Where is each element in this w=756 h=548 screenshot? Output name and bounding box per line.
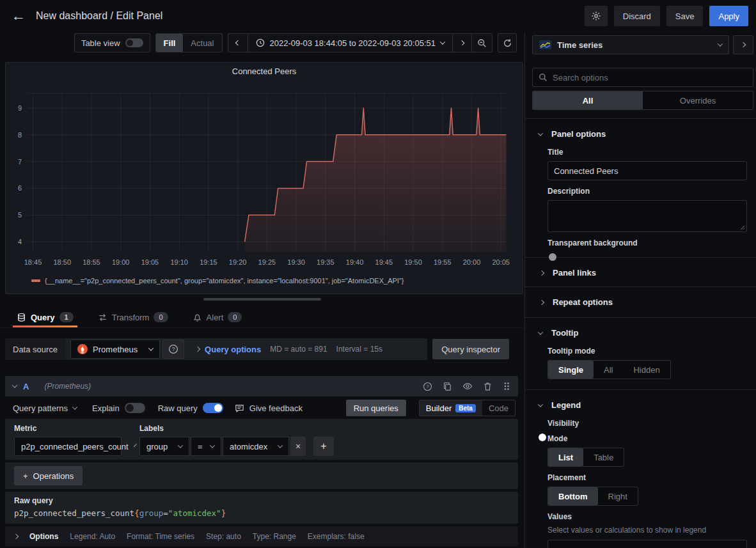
section-legend[interactable]: Legend — [532, 398, 753, 412]
table-view-control: Table view — [74, 33, 150, 52]
actual-option[interactable]: Actual — [183, 34, 221, 52]
viz-picker[interactable]: Time series — [532, 35, 729, 54]
explain-toggle[interactable] — [125, 403, 145, 413]
back-button[interactable]: ← — [8, 5, 29, 27]
section-panel-options[interactable]: Panel options — [532, 127, 753, 141]
query-row-actions: ? — [423, 381, 510, 391]
legend-mode-list[interactable]: List — [548, 448, 583, 466]
query-editor-toolbar: Query patterns Explain Raw query Give fe… — [5, 400, 518, 416]
search-icon — [539, 73, 547, 82]
viz-collapse-button[interactable] — [733, 35, 753, 54]
labels-field: Labels group = atomicdex × + — [139, 424, 334, 455]
query-inspector-button[interactable]: Query inspector — [432, 339, 509, 359]
transparent-bg-label: Transparent background — [547, 239, 753, 247]
collapse-query-icon[interactable] — [12, 382, 17, 388]
back-arrow-icon: ← — [12, 8, 26, 24]
time-series-viz-icon — [539, 40, 551, 49]
code-option[interactable]: Code — [482, 400, 515, 416]
tooltip-mode-single[interactable]: Single — [548, 361, 594, 379]
all-overrides-tabs: All Overrides — [532, 91, 753, 110]
fill-option[interactable]: Fill — [156, 34, 184, 52]
time-range-forward-button[interactable] — [452, 34, 471, 52]
description-textarea[interactable] — [547, 200, 747, 232]
divider — [525, 257, 756, 258]
raw-query-label: Raw query — [158, 403, 198, 413]
query-help-icon[interactable]: ? — [423, 382, 432, 391]
tab-query-label: Query — [31, 313, 55, 322]
title-field: Title — [547, 148, 753, 180]
label-value-select[interactable]: atomicdex — [223, 437, 289, 456]
title-input[interactable] — [547, 161, 747, 180]
drag-handle-icon[interactable] — [503, 381, 510, 391]
search-options-input[interactable] — [553, 73, 747, 82]
svg-text:19:20: 19:20 — [229, 258, 247, 266]
time-range-back-button[interactable] — [228, 34, 248, 52]
discard-button[interactable]: Discard — [614, 6, 660, 26]
raw-query-toggle[interactable] — [203, 403, 223, 413]
section-panel-links[interactable]: Panel links — [532, 265, 753, 280]
query-patterns-dropdown[interactable]: Query patterns — [13, 403, 77, 413]
query-datasource-hint: (Prometheus) — [44, 382, 91, 391]
section-tooltip[interactable]: Tooltip — [532, 325, 753, 340]
placement-right[interactable]: Right — [598, 487, 638, 505]
transform-count-badge: 0 — [154, 312, 168, 322]
datasource-strip: Data source Prometheus ? Query options M… — [5, 338, 427, 360]
save-button[interactable]: Save — [666, 6, 704, 26]
raw-query-section: Raw query p2p_connected_peers_count{grou… — [5, 492, 518, 524]
chevron-down-icon — [148, 345, 154, 350]
apply-button[interactable]: Apply — [709, 6, 748, 26]
title-field-label: Title — [547, 148, 753, 157]
tab-alert[interactable]: Alert 0 — [189, 307, 246, 327]
table-view-toggle[interactable] — [125, 38, 143, 47]
query-row-header[interactable]: A (Prometheus) ? — [5, 376, 518, 396]
add-label-button[interactable]: + — [313, 437, 334, 456]
tab-all[interactable]: All — [533, 91, 643, 109]
refresh-button[interactable] — [498, 33, 517, 52]
query-builder-fields: Metric p2p_connected_peers_count Labels … — [5, 419, 518, 460]
legend-mode-table[interactable]: Table — [583, 448, 624, 466]
section-repeat-options[interactable]: Repeat options — [532, 295, 753, 309]
chevron-down-icon — [718, 41, 723, 46]
add-operation-button[interactable]: + Operations — [14, 466, 83, 485]
tooltip-section-title: Tooltip — [551, 328, 578, 338]
tooltip-mode-hidden[interactable]: Hidden — [623, 361, 670, 379]
resize-corner-icon[interactable] — [740, 225, 745, 230]
pane-resize-handle[interactable] — [203, 298, 321, 301]
label-name-value: group — [146, 442, 168, 451]
metric-select[interactable]: p2p_connected_peers_count — [14, 437, 122, 456]
datasource-help-button[interactable]: ? — [162, 340, 184, 359]
tooltip-mode-all[interactable]: All — [594, 361, 623, 379]
panel-settings-button[interactable] — [585, 6, 608, 26]
placement-bottom[interactable]: Bottom — [548, 487, 598, 505]
table-view-label: Table view — [81, 38, 120, 48]
svg-text:19:10: 19:10 — [170, 258, 188, 266]
duplicate-query-icon[interactable] — [443, 382, 452, 391]
values-input[interactable] — [547, 540, 747, 548]
legend-series-label[interactable]: {__name__="p2p_connected_peers_count", g… — [45, 277, 404, 285]
delete-query-trash-icon[interactable] — [483, 382, 492, 391]
time-series-chart[interactable]: 18:4518:5018:5519:0019:0519:1019:1519:20… — [7, 79, 519, 276]
svg-text:19:45: 19:45 — [375, 258, 393, 266]
run-queries-button[interactable]: Run queries — [346, 400, 406, 416]
label-name-select[interactable]: group — [139, 437, 189, 456]
options-toggle[interactable]: Options — [29, 532, 58, 541]
give-feedback-link[interactable]: Give feedback — [235, 403, 303, 413]
tab-transform[interactable]: Transform 0 — [94, 307, 172, 327]
raw-query-code: p2p_connected_peers_count{group="atomicd… — [14, 508, 509, 518]
label-op-select[interactable]: = — [191, 437, 221, 456]
remove-label-button[interactable]: × — [290, 437, 306, 456]
builder-option[interactable]: Builder Beta — [420, 400, 482, 416]
query-options-toggle[interactable]: Query options — [196, 345, 261, 354]
time-range-picker[interactable]: 2022-09-03 18:44:05 to 2022-09-03 20:05:… — [248, 34, 453, 52]
tab-query[interactable]: Query 1 — [13, 307, 77, 327]
datasource-picker[interactable]: Prometheus — [70, 340, 160, 359]
chevron-right-icon — [539, 270, 544, 275]
chevron-right-icon[interactable] — [13, 533, 19, 538]
hide-response-eye-icon[interactable] — [462, 381, 473, 391]
plus-icon: + — [320, 441, 326, 452]
values-label: Values — [547, 512, 753, 521]
legend-marker[interactable] — [31, 279, 40, 282]
zoom-out-button[interactable] — [471, 34, 492, 52]
tab-overrides[interactable]: Overrides — [643, 91, 753, 109]
query-options-interval: Interval = 15s — [336, 345, 382, 354]
